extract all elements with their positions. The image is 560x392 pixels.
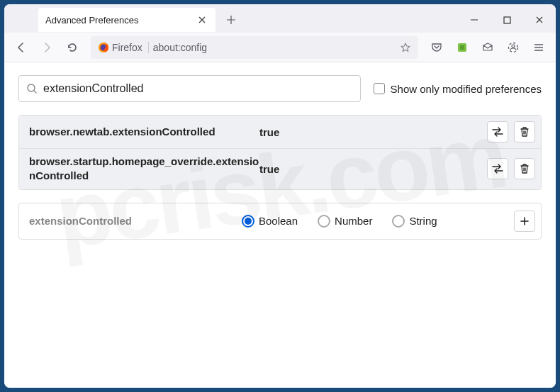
delete-button[interactable] xyxy=(514,121,535,142)
close-icon[interactable] xyxy=(196,13,208,26)
back-button[interactable] xyxy=(10,36,33,59)
url-text: about:config xyxy=(153,42,396,53)
radio-icon xyxy=(242,215,254,228)
pref-value: true xyxy=(259,126,487,138)
minimize-button[interactable] xyxy=(458,6,491,34)
bookmark-star-icon[interactable] xyxy=(400,42,411,53)
svg-point-7 xyxy=(28,84,35,91)
reload-button[interactable] xyxy=(61,36,84,59)
pocket-icon[interactable] xyxy=(425,36,448,59)
window-controls xyxy=(458,6,556,34)
toggle-icon xyxy=(491,127,504,137)
pref-name: browser.newtab.extensionControlled xyxy=(29,125,259,139)
identity-label: Firefox xyxy=(112,42,142,53)
close-button[interactable] xyxy=(523,6,556,34)
search-icon xyxy=(26,83,38,94)
tab-title: Advanced Preferences xyxy=(45,15,139,26)
new-pref-row: extensionControlled Boolean Number Strin… xyxy=(18,203,542,240)
radio-label: Boolean xyxy=(259,215,298,227)
pref-list: browser.newtab.extensionControlled true … xyxy=(18,115,542,190)
trash-icon xyxy=(520,163,530,174)
checkbox-icon xyxy=(374,83,385,94)
new-tab-button[interactable] xyxy=(221,10,241,30)
plus-icon xyxy=(520,216,530,226)
titlebar: Advanced Preferences xyxy=(4,4,556,33)
search-box[interactable] xyxy=(18,75,361,102)
account-icon[interactable] xyxy=(502,36,525,59)
svg-point-6 xyxy=(512,45,515,47)
inbox-icon[interactable] xyxy=(476,36,499,59)
content-area: pcrisk.com Show only modified preference… xyxy=(4,62,556,388)
maximize-button[interactable] xyxy=(491,6,523,34)
radio-number[interactable]: Number xyxy=(318,215,372,228)
toggle-button[interactable] xyxy=(487,158,508,179)
pref-row[interactable]: browser.newtab.extensionControlled true xyxy=(19,116,541,148)
add-button[interactable] xyxy=(514,211,535,232)
delete-button[interactable] xyxy=(514,158,535,179)
identity-box[interactable]: Firefox xyxy=(98,42,149,53)
tab-active[interactable]: Advanced Preferences xyxy=(38,8,215,32)
toggle-button[interactable] xyxy=(487,121,508,142)
search-input[interactable] xyxy=(43,82,353,95)
toolbar: Firefox about:config xyxy=(4,33,556,62)
radio-string[interactable]: String xyxy=(392,215,437,228)
extension-icon[interactable] xyxy=(451,36,474,59)
address-bar[interactable]: Firefox about:config xyxy=(91,36,418,59)
type-radio-group: Boolean Number String xyxy=(242,215,514,228)
radio-label: Number xyxy=(335,215,372,227)
checkbox-label: Show only modified preferences xyxy=(391,83,542,95)
new-pref-name: extensionControlled xyxy=(29,215,242,227)
show-modified-checkbox[interactable]: Show only modified preferences xyxy=(374,83,542,95)
svg-rect-4 xyxy=(460,45,464,50)
pref-actions xyxy=(487,121,535,142)
forward-button[interactable] xyxy=(35,36,58,59)
svg-rect-0 xyxy=(504,17,510,23)
radio-label: String xyxy=(409,215,437,227)
pref-name: browser.startup.homepage_override.extens… xyxy=(29,155,259,184)
menu-icon[interactable] xyxy=(527,36,550,59)
radio-boolean[interactable]: Boolean xyxy=(242,215,298,228)
firefox-icon xyxy=(98,42,109,53)
browser-window: Advanced Preferences Firefox about:confi… xyxy=(4,4,556,388)
trash-icon xyxy=(520,126,530,138)
search-row: Show only modified preferences xyxy=(18,75,542,102)
pref-row[interactable]: browser.startup.homepage_override.extens… xyxy=(19,148,541,189)
toggle-icon xyxy=(491,164,504,174)
pref-actions xyxy=(487,158,535,179)
pref-value: true xyxy=(259,163,487,175)
radio-icon xyxy=(392,215,405,228)
radio-icon xyxy=(318,215,330,228)
